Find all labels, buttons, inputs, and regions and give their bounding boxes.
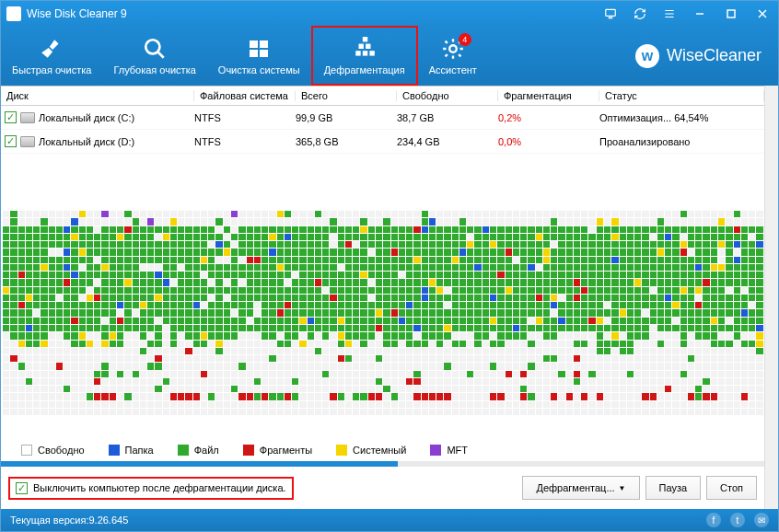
brand-name: WiseCleaner	[667, 46, 762, 65]
col-fragmentation[interactable]: Фрагментация	[498, 90, 599, 101]
legend-free: Свободно	[21, 445, 85, 456]
pause-button[interactable]: Пауза	[645, 476, 702, 500]
progress-bar	[1, 461, 764, 467]
twitter-icon[interactable]: t	[730, 513, 745, 527]
broom-icon	[40, 37, 64, 61]
disk-frag: 0,2%	[498, 112, 599, 123]
refresh-icon[interactable]	[633, 6, 647, 21]
checkbox-icon: ✓	[16, 482, 28, 494]
titlebar-utility-icons	[596, 6, 684, 21]
tab-label: Ассистент	[429, 64, 477, 75]
svg-rect-12	[369, 51, 374, 55]
tab-label: Глубокая очистка	[113, 64, 195, 75]
legend: Свободно Папка Файл Фрагменты Системный …	[1, 439, 764, 461]
disk-frag: 0,0%	[498, 136, 599, 147]
app-window: Wise Disk Cleaner 9 Быстрая очистка	[0, 0, 779, 532]
windows-icon	[247, 37, 271, 61]
svg-rect-13	[358, 43, 363, 48]
svg-rect-10	[355, 51, 360, 55]
svg-rect-11	[363, 51, 367, 55]
table-row[interactable]: ✓ Локальный диск (D:) NTFS 365,8 GB 234,…	[1, 130, 764, 154]
badge: 4	[459, 33, 471, 46]
svg-point-16	[449, 45, 457, 52]
disk-icon	[20, 112, 35, 123]
brand[interactable]: w WiseCleaner	[619, 44, 778, 68]
brand-icon: w	[635, 44, 659, 68]
legend-mft: MFT	[430, 445, 468, 456]
svg-rect-6	[250, 40, 258, 48]
version-label: Текущая версия:	[10, 515, 88, 526]
disk-total: 99,9 GB	[296, 112, 397, 123]
disk-name: Локальный диск (D:)	[39, 136, 134, 147]
svg-rect-9	[260, 50, 268, 57]
shutdown-label: Выключить компьютер после дефрагментации…	[33, 482, 286, 493]
version-value: 9.26.645	[88, 515, 128, 526]
disk-icon	[20, 136, 35, 147]
disk-table-body: ✓ Локальный диск (C:) NTFS 99,9 GB 38,7 …	[1, 106, 764, 209]
tab-quick-clean[interactable]: Быстрая очистка	[1, 26, 102, 86]
svg-rect-8	[250, 50, 258, 57]
svg-rect-14	[366, 43, 370, 48]
disk-free: 234,4 GB	[397, 136, 498, 147]
col-status[interactable]: Статус	[599, 90, 764, 101]
tab-label: Очистка системы	[218, 64, 300, 75]
minimize-button[interactable]	[684, 1, 715, 26]
close-button[interactable]	[747, 1, 778, 26]
disk-status: Проанализировано	[599, 136, 764, 147]
window-controls	[684, 1, 778, 26]
disk-table-header: Диск Файловая система Всего Свободно Фра…	[1, 86, 764, 106]
feedback-icon[interactable]	[603, 6, 618, 21]
disk-fs: NTFS	[194, 112, 296, 123]
table-row[interactable]: ✓ Локальный диск (C:) NTFS 99,9 GB 38,7 …	[1, 106, 764, 130]
col-free[interactable]: Свободно	[397, 90, 498, 101]
stop-button[interactable]: Стоп	[706, 476, 757, 500]
disk-total: 365,8 GB	[296, 136, 397, 147]
defrag-map	[1, 209, 764, 439]
tab-label: Дефрагментация	[324, 64, 405, 75]
col-total[interactable]: Всего	[296, 90, 397, 101]
disk-checkbox[interactable]: ✓	[5, 135, 17, 147]
main-toolbar: Быстрая очистка Глубокая очистка Очистка…	[1, 26, 778, 86]
svg-rect-15	[363, 37, 367, 41]
window-title: Wise Disk Cleaner 9	[27, 7, 596, 20]
svg-rect-0	[606, 9, 616, 16]
tab-assistant[interactable]: 4 Ассистент	[418, 26, 488, 86]
bottom-controls: ✓ Выключить компьютер после дефрагментац…	[1, 467, 764, 509]
legend-system: Системный	[336, 445, 406, 456]
col-filesystem[interactable]: Файловая система	[194, 90, 296, 101]
defrag-icon	[353, 37, 377, 61]
app-icon	[6, 6, 21, 21]
legend-file: Файл	[178, 445, 219, 456]
legend-fragments: Фрагменты	[243, 445, 312, 456]
svg-rect-2	[727, 10, 735, 17]
col-disk[interactable]: Диск	[1, 90, 194, 101]
magnifier-icon	[143, 37, 167, 61]
shutdown-after-checkbox[interactable]: ✓ Выключить компьютер после дефрагментац…	[8, 477, 294, 500]
svg-point-5	[145, 40, 159, 53]
tab-deep-clean[interactable]: Глубокая очистка	[102, 26, 206, 86]
svg-rect-7	[260, 40, 268, 48]
maximize-button[interactable]	[715, 1, 747, 26]
vertical-scrollbar[interactable]	[764, 86, 778, 509]
disk-fs: NTFS	[194, 136, 296, 147]
mail-icon[interactable]: ✉	[754, 513, 769, 527]
legend-folder: Папка	[109, 445, 154, 456]
tab-defragment[interactable]: Дефрагментация	[311, 26, 418, 86]
disk-status: Оптимизация... 64,54%	[599, 112, 764, 123]
chevron-down-icon: ▼	[619, 484, 626, 492]
disk-name: Локальный диск (C:)	[39, 112, 134, 123]
titlebar: Wise Disk Cleaner 9	[1, 1, 778, 26]
defragment-button[interactable]: Дефрагментац... ▼	[522, 476, 639, 500]
statusbar: Текущая версия: 9.26.645 f t ✉	[1, 509, 778, 531]
disk-free: 38,7 GB	[397, 112, 498, 123]
facebook-icon[interactable]: f	[706, 513, 721, 527]
tab-label: Быстрая очистка	[12, 64, 91, 75]
disk-checkbox[interactable]: ✓	[5, 111, 17, 123]
menu-icon[interactable]	[662, 6, 677, 21]
tab-system-clean[interactable]: Очистка системы	[207, 26, 311, 86]
